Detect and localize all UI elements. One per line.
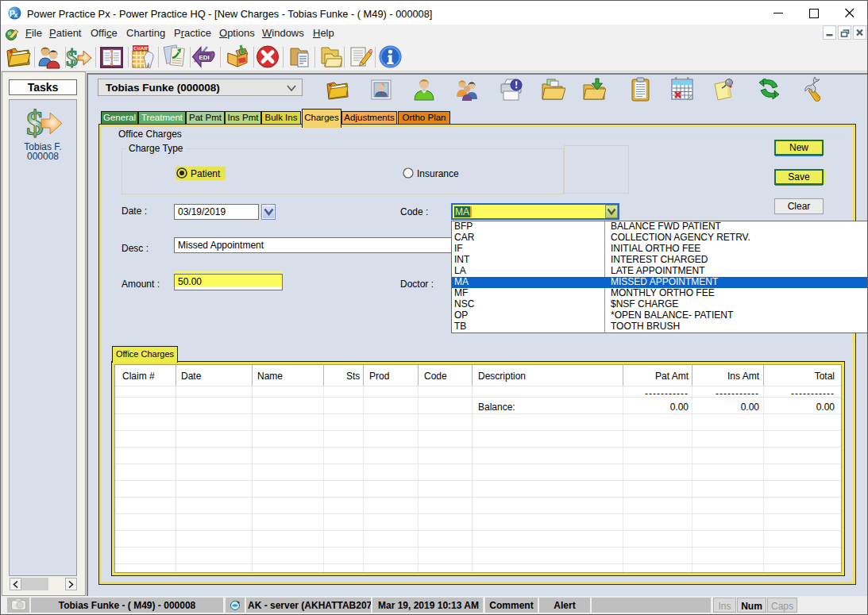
svg-text:x: x — [14, 11, 18, 19]
svg-text:CHART: CHART — [133, 46, 151, 51]
svg-text:$: $ — [66, 44, 78, 70]
svg-text:EDI: EDI — [199, 54, 210, 61]
